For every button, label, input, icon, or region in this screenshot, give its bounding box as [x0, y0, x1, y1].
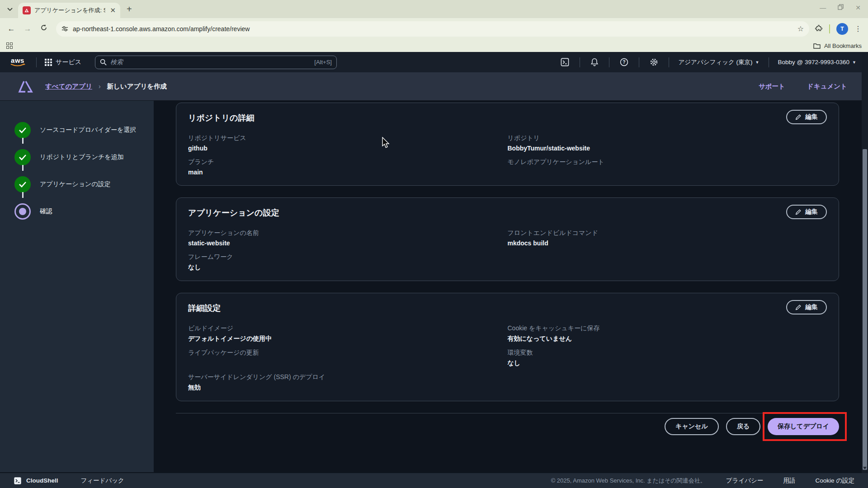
edit-button[interactable]: 編集: [786, 205, 827, 219]
wizard-step[interactable]: リポジトリとブランチを追加: [14, 144, 154, 171]
panel-header: アプリケーションの設定 編集: [188, 205, 827, 219]
tab-search-button[interactable]: [4, 3, 16, 16]
wizard-step[interactable]: ソースコードプロバイダーを選択: [14, 117, 154, 144]
all-bookmarks-button[interactable]: All Bookmarks: [813, 42, 862, 49]
field-label: フレームワーク: [188, 253, 508, 261]
panels: リポジトリの詳細 編集 リポジトリサービスgithubリポジトリBobbyTum…: [176, 103, 839, 401]
amplify-logo-icon[interactable]: [18, 80, 33, 93]
check-icon: [19, 127, 27, 133]
settings-gear-icon[interactable]: [644, 58, 664, 66]
extensions-icon[interactable]: [815, 25, 823, 33]
account-menu[interactable]: Bobby @ 3972-9993-0360▼: [774, 59, 861, 66]
current-step-dot-icon: [19, 208, 26, 215]
review-panel: アプリケーションの設定 編集 アプリケーションの名前static-website…: [176, 197, 839, 281]
bookmark-star-icon[interactable]: ☆: [797, 24, 804, 33]
help-icon[interactable]: ?: [614, 58, 634, 66]
divider: [769, 57, 769, 67]
breadcrumb-all-apps-link[interactable]: すべてのアプリ: [45, 82, 92, 91]
main-content: リポジトリの詳細 編集 リポジトリサービスgithubリポジトリBobbyTum…: [154, 101, 868, 472]
browser-tab[interactable]: アプリケーションを作成: Ste ✕: [18, 3, 120, 18]
check-icon: [19, 154, 27, 160]
browser-menu-icon[interactable]: ⋮: [854, 24, 862, 33]
search-input[interactable]: 検索 [Alt+S]: [95, 56, 337, 69]
cloudshell-button[interactable]: CloudShell フィードバック: [14, 477, 124, 485]
new-tab-button[interactable]: +: [127, 4, 132, 14]
cookie-settings-link[interactable]: Cookie の設定: [815, 477, 854, 485]
field: サーバーサイドレンダリング (SSR) のデプロイ無効: [188, 373, 508, 392]
step-label: リポジトリとブランチを追加: [40, 153, 124, 161]
divider: [609, 57, 609, 67]
aws-logo[interactable]: aws: [10, 57, 25, 67]
url-text[interactable]: ap-northeast-1.console.aws.amazon.com/am…: [73, 25, 793, 33]
work-area: ソースコードプロバイダーを選択 リポジトリとブランチを追加 アプリケーションの設…: [0, 101, 868, 472]
url-bar[interactable]: ap-northeast-1.console.aws.amazon.com/am…: [56, 21, 809, 37]
cloudshell-icon[interactable]: [555, 58, 575, 66]
wizard-step[interactable]: アプリケーションの設定: [14, 171, 154, 198]
footer-links: © 2025, Amazon Web Services, Inc. またはその関…: [551, 477, 854, 485]
privacy-link[interactable]: プライバシー: [726, 477, 764, 485]
browser-profile-avatar[interactable]: T: [836, 23, 848, 35]
window-minimize-icon[interactable]: —: [820, 5, 826, 11]
field-value: github: [188, 145, 508, 152]
region-selector[interactable]: アジアパシフィック (東京)▼: [674, 58, 764, 66]
reload-button[interactable]: [37, 24, 51, 33]
support-link[interactable]: サポート: [759, 82, 785, 91]
edit-button[interactable]: 編集: [786, 300, 827, 314]
field-value: [188, 359, 508, 367]
bookmarks-bar: All Bookmarks: [0, 39, 868, 52]
pencil-icon: [795, 114, 802, 120]
wizard-step[interactable]: 確認: [14, 198, 154, 225]
breadcrumb: すべてのアプリ › 新しいアプリを作成: [45, 82, 167, 91]
site-settings-icon[interactable]: [61, 25, 68, 32]
field-label: リポジトリサービス: [188, 134, 508, 142]
edit-button[interactable]: 編集: [786, 110, 827, 124]
back-step-button[interactable]: 戻る: [726, 418, 760, 435]
panel-header: 詳細設定 編集: [188, 300, 827, 314]
forward-button[interactable]: →: [21, 24, 34, 33]
window-close-icon[interactable]: ✕: [855, 5, 861, 11]
field: ブランチmain: [188, 158, 508, 176]
window-restore-icon[interactable]: [838, 4, 844, 11]
chevron-down-icon: [7, 8, 13, 11]
field-label: リポジトリ: [508, 134, 827, 142]
step-label: アプリケーションの設定: [40, 180, 111, 188]
step-label: ソースコードプロバイダーを選択: [40, 126, 136, 134]
back-button[interactable]: ←: [5, 24, 18, 33]
check-icon: [19, 181, 27, 188]
scrollbar-thumb[interactable]: [863, 149, 867, 470]
feedback-link[interactable]: フィードバック: [81, 477, 124, 485]
field-label: 環境変数: [508, 349, 827, 357]
step-status-icon: [14, 149, 31, 165]
mouse-cursor: [382, 137, 391, 149]
field-label: フロントエンドビルドコマンド: [508, 229, 827, 237]
browser-toolbar: ← → ap-northeast-1.console.aws.amazon.co…: [0, 18, 868, 39]
field: フロントエンドビルドコマンドmkdocs build: [508, 229, 827, 247]
field-label: サーバーサイドレンダリング (SSR) のデプロイ: [188, 373, 508, 381]
documentation-link[interactable]: ドキュメント: [807, 82, 847, 91]
edit-button-label: 編集: [805, 113, 818, 121]
panel-title: リポジトリの詳細: [188, 110, 255, 123]
field-value: mkdocs build: [508, 239, 827, 247]
terms-link[interactable]: 用語: [783, 477, 795, 485]
panel-fields: ビルドイメージデフォルトイメージの使用中Cookie をキャッシュキーに保存有効…: [188, 324, 827, 392]
save-and-deploy-button[interactable]: 保存してデプロイ: [768, 418, 839, 435]
field: ビルドイメージデフォルトイメージの使用中: [188, 324, 508, 343]
field-label: ブランチ: [188, 158, 508, 166]
field: ライブパッケージの更新: [188, 349, 508, 367]
search-icon: [100, 59, 107, 66]
cancel-button[interactable]: キャンセル: [665, 418, 719, 435]
page-scrollbar[interactable]: [862, 53, 868, 473]
scrollbar-down-arrow-icon[interactable]: [863, 467, 867, 469]
field-value: [508, 169, 827, 176]
notifications-bell-icon[interactable]: [585, 58, 604, 66]
field-label: ビルドイメージ: [188, 324, 508, 333]
apps-grid-icon[interactable]: [6, 42, 13, 49]
services-menu[interactable]: サービス: [41, 58, 85, 66]
chrome-actions: T ⋮: [815, 23, 863, 35]
pencil-icon: [795, 304, 802, 310]
review-panel: 詳細設定 編集 ビルドイメージデフォルトイメージの使用中Cookie をキャッシ…: [176, 293, 839, 401]
window-controls: — ✕: [820, 4, 861, 11]
breadcrumb-separator-icon: ›: [99, 83, 101, 90]
browser-tab-strip: アプリケーションを作成: Ste ✕ + — ✕: [0, 0, 868, 18]
tab-close-icon[interactable]: ✕: [109, 6, 117, 14]
